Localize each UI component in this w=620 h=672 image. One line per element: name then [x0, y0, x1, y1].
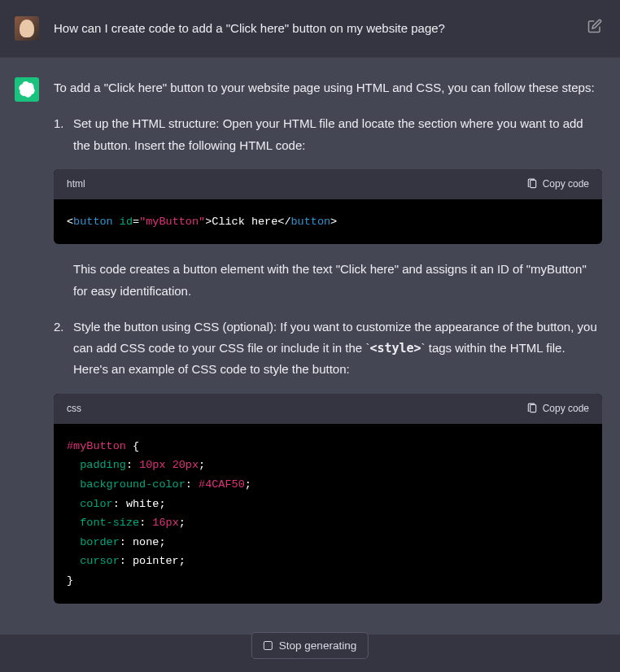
copy-label: Copy code	[543, 176, 589, 193]
code-block-html: html Copy code <button id="myButton">Cli…	[54, 169, 602, 245]
assistant-message-row: To add a "Click here" button to your web…	[0, 58, 620, 635]
assistant-content: To add a "Click here" button to your web…	[54, 77, 602, 618]
copy-code-button[interactable]: Copy code	[526, 400, 589, 417]
code-header: css Copy code	[54, 394, 602, 424]
code-lang-label: css	[67, 400, 81, 417]
user-message-row: How can I create code to add a "Click he…	[0, 0, 620, 58]
stop-label: Stop generating	[279, 639, 356, 652]
copy-label: Copy code	[543, 400, 589, 417]
code-block-css: css Copy code #myButton { padding: 10px …	[54, 394, 602, 604]
stop-icon	[264, 641, 273, 650]
stop-generating-button[interactable]: Stop generating	[251, 632, 369, 659]
user-question-text: How can I create code to add a "Click he…	[54, 16, 573, 38]
assistant-avatar	[15, 77, 39, 102]
edit-icon[interactable]	[587, 16, 602, 37]
code-body-css: #myButton { padding: 10px 20px; backgrou…	[54, 424, 602, 604]
clipboard-icon	[526, 403, 538, 414]
assistant-intro-text: To add a "Click here" button to your web…	[54, 77, 602, 98]
code-body-html: <button id="myButton">Click here</button…	[54, 199, 602, 245]
svg-rect-0	[530, 181, 535, 188]
step1-text: Set up the HTML structure: Open your HTM…	[73, 116, 583, 151]
clipboard-icon	[526, 178, 538, 190]
copy-code-button[interactable]: Copy code	[526, 176, 589, 193]
svg-rect-1	[530, 404, 535, 412]
inline-code-style: <style>	[369, 341, 421, 356]
step-2: Style the button using CSS (optional): I…	[54, 316, 602, 604]
code-lang-label: html	[67, 176, 85, 193]
code-header: html Copy code	[54, 169, 602, 199]
user-avatar	[15, 16, 39, 41]
step-1: Set up the HTML structure: Open your HTM…	[54, 113, 602, 302]
after-code1-text: This code creates a button element with …	[73, 259, 602, 302]
